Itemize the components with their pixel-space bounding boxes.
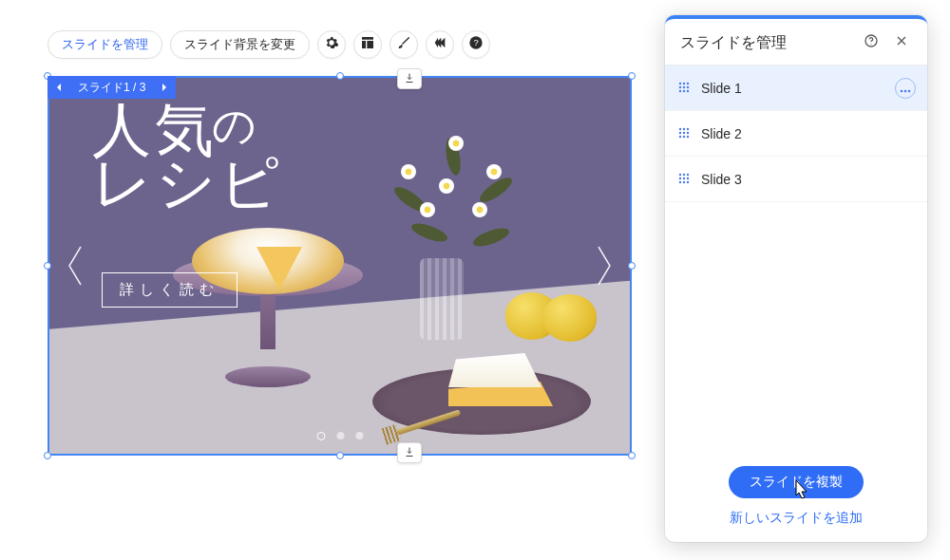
slideshow-element[interactable]: 人気の レシピ 詳しく読む スライド1 / 3 xyxy=(48,76,632,456)
resize-handle-n[interactable] xyxy=(336,72,344,80)
svg-point-29 xyxy=(683,177,685,178)
svg-point-6 xyxy=(687,82,689,84)
duplicate-slide-label: スライドを複製 xyxy=(750,474,843,489)
svg-point-8 xyxy=(683,85,685,87)
more-icon xyxy=(900,81,911,96)
svg-point-31 xyxy=(679,180,681,182)
manage-slides-button[interactable]: スライドを管理 xyxy=(48,30,162,59)
manage-slides-panel: スライドを管理 Slide 1 Slide 2 Slide 3 スライドを複製 … xyxy=(665,15,927,542)
svg-point-33 xyxy=(687,180,689,182)
svg-point-7 xyxy=(679,85,681,87)
svg-point-25 xyxy=(679,173,681,175)
panel-header: スライドを管理 xyxy=(665,19,927,65)
slide-row-2[interactable]: Slide 2 xyxy=(665,111,927,157)
slide-index-badge: スライド1 / 3 xyxy=(48,76,176,99)
resize-handle-e[interactable] xyxy=(628,262,636,270)
resize-handle-sw[interactable] xyxy=(44,452,51,459)
animation-icon xyxy=(432,35,447,54)
slide-index-label: スライド1 / 3 xyxy=(70,80,153,96)
download-icon xyxy=(404,444,415,461)
resize-handle-w[interactable] xyxy=(44,262,51,270)
panel-footer: スライドを複製 新しいスライドを追加 xyxy=(665,451,927,542)
svg-point-32 xyxy=(683,180,685,182)
animation-button[interactable] xyxy=(426,30,454,59)
drag-handle-icon[interactable] xyxy=(678,172,690,187)
svg-point-12 xyxy=(687,89,689,91)
svg-point-27 xyxy=(687,173,689,175)
badge-prev-button[interactable] xyxy=(48,83,70,92)
help-icon xyxy=(864,33,879,52)
svg-point-24 xyxy=(687,135,689,137)
layout-button[interactable] xyxy=(353,30,382,59)
slide-row-label: Slide 2 xyxy=(701,126,742,141)
change-background-button[interactable]: スライド背景を変更 xyxy=(170,30,310,59)
svg-point-5 xyxy=(683,82,685,84)
svg-point-30 xyxy=(687,177,689,178)
svg-point-3 xyxy=(870,44,871,45)
settings-button[interactable] xyxy=(317,30,346,59)
resize-handle-ne[interactable] xyxy=(628,72,636,80)
gear-icon xyxy=(324,35,339,54)
svg-point-18 xyxy=(687,127,689,129)
svg-point-13 xyxy=(901,89,903,92)
slide-row-3[interactable]: Slide 3 xyxy=(665,157,927,202)
svg-point-11 xyxy=(683,89,685,91)
svg-point-17 xyxy=(683,127,685,129)
svg-point-19 xyxy=(679,131,681,133)
change-background-label: スライド背景を変更 xyxy=(184,36,295,53)
svg-point-26 xyxy=(683,173,685,175)
manage-slides-label: スライドを管理 xyxy=(62,36,148,53)
close-icon xyxy=(894,33,909,52)
design-button[interactable] xyxy=(390,30,418,59)
panel-help-button[interactable] xyxy=(861,32,882,53)
svg-point-10 xyxy=(679,89,681,91)
help-button[interactable]: ? xyxy=(462,30,490,59)
selection-frame xyxy=(48,76,632,456)
resize-handle-s[interactable] xyxy=(336,452,344,459)
drag-handle-icon[interactable] xyxy=(678,126,690,141)
slide-list: Slide 1 Slide 2 Slide 3 xyxy=(665,65,927,451)
duplicate-slide-button[interactable]: スライドを複製 xyxy=(729,466,864,498)
help-icon: ? xyxy=(468,35,484,54)
layout-icon xyxy=(360,35,375,54)
download-icon xyxy=(404,70,415,87)
svg-point-28 xyxy=(679,177,681,178)
resize-handle-se[interactable] xyxy=(628,452,636,459)
svg-point-15 xyxy=(908,89,911,92)
slide-row-label: Slide 3 xyxy=(701,172,742,187)
svg-point-9 xyxy=(687,85,689,87)
brush-icon xyxy=(396,35,411,54)
drag-handle-icon[interactable] xyxy=(678,81,690,96)
svg-point-21 xyxy=(687,131,689,133)
editor-toolbar: スライドを管理 スライド背景を変更 ? xyxy=(48,30,490,59)
slide-row-1[interactable]: Slide 1 xyxy=(665,65,927,111)
panel-title: スライドを管理 xyxy=(680,33,851,53)
stretch-top-button[interactable] xyxy=(397,68,422,89)
add-slide-label: 新しいスライドを追加 xyxy=(730,510,863,525)
panel-close-button[interactable] xyxy=(891,32,912,53)
svg-point-20 xyxy=(683,131,685,133)
stretch-bottom-button[interactable] xyxy=(397,442,422,463)
svg-point-22 xyxy=(679,135,681,137)
svg-text:?: ? xyxy=(473,38,478,47)
add-slide-link[interactable]: 新しいスライドを追加 xyxy=(730,510,863,527)
svg-point-16 xyxy=(679,127,681,129)
slide-row-label: Slide 1 xyxy=(701,81,742,96)
badge-next-button[interactable] xyxy=(153,83,176,92)
svg-point-23 xyxy=(683,135,685,137)
slide-row-more-button[interactable] xyxy=(895,78,916,99)
svg-point-14 xyxy=(904,89,907,92)
svg-point-4 xyxy=(679,82,681,84)
